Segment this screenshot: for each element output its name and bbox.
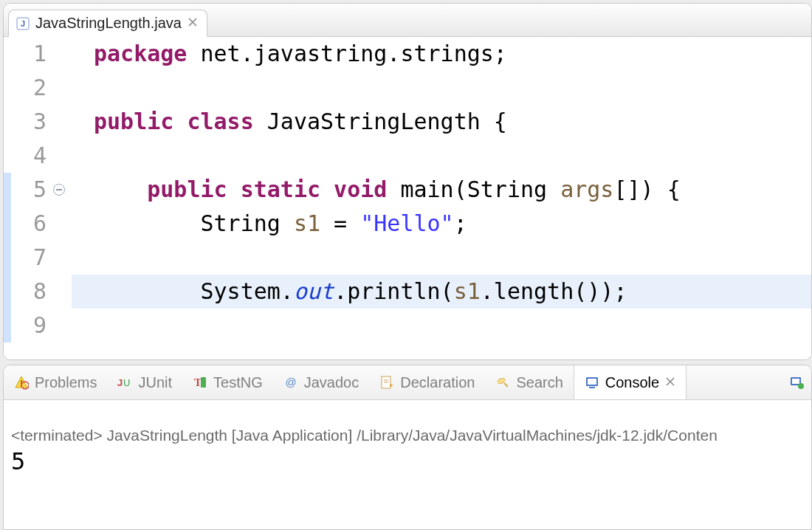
line-number: 8 [18,275,47,309]
line-number: 7 [18,241,47,275]
line-number: 2 [18,71,47,105]
fold-slot [51,105,72,139]
view-tab-search[interactable]: Search [485,365,573,399]
editor-tabbar: J JavaStringLength.java [4,4,811,37]
code-token: .println( [334,278,454,304]
view-tab-label: Declaration [400,374,475,391]
code-line[interactable] [72,139,811,173]
problems-icon [14,375,29,390]
code-token: main(String [400,176,560,202]
view-tab-javadoc[interactable]: @Javadoc [273,365,370,399]
view-tab-console[interactable]: Console [574,365,687,399]
svg-rect-21 [589,387,595,388]
fold-slot [51,207,72,241]
view-tab-label: Javadoc [304,374,359,391]
line-number: 5 [18,173,47,207]
change-strip [4,173,11,343]
view-tab-testng[interactable]: TTestNG [182,365,273,399]
code-line[interactable] [72,309,811,343]
code-token: args [560,176,613,202]
view-tab-decl[interactable]: Declaration [369,365,485,399]
code-token: .length()); [481,278,627,304]
line-number: 9 [18,309,47,343]
view-tab-label: Console [605,374,659,391]
fold-slot [51,275,72,309]
testng-icon: T [193,375,207,390]
code-line[interactable]: public static void main(String args[]) { [72,173,811,207]
java-file-icon: J [16,17,30,30]
code-token: ; [454,210,467,236]
view-tab-label: JUnit [138,374,172,391]
view-tab-label: Search [516,374,562,391]
code-token: JavaStringLength { [267,109,507,134]
editor-tab-label: JavaStringLength.java [35,15,182,32]
code-editor[interactable]: 123456789 package net.javastring.strings… [4,37,811,359]
line-number: 3 [18,105,47,139]
pin-console-button[interactable] [782,365,811,399]
code-token: public class [94,109,267,134]
console-icon [585,375,599,390]
code-line[interactable] [72,71,811,105]
code-line[interactable]: package net.javastring.strings; [72,37,811,71]
views-tabbar: ProblemsJUJUnitTTestNG@JavadocDeclaratio… [4,365,811,400]
declaration-icon [379,375,394,390]
close-icon[interactable] [665,375,675,390]
svg-rect-11 [201,377,206,388]
javadoc-icon: @ [283,375,298,390]
editor-tab[interactable]: J JavaStringLength.java [8,10,207,37]
code-line[interactable]: System.out.println(s1.length()); [72,275,811,309]
svg-line-18 [504,383,508,387]
fold-column [51,37,72,359]
svg-marker-16 [390,384,393,387]
line-number: 6 [18,207,47,241]
search-icon [495,375,510,390]
view-tab-label: Problems [35,374,97,391]
svg-rect-20 [588,379,596,385]
console-output: 5 [11,447,811,475]
code-line[interactable] [72,241,811,275]
svg-text:J: J [117,377,123,388]
code-content[interactable]: package net.javastring.strings;public cl… [72,37,811,359]
code-token: s1 [294,210,320,236]
junit-icon: JU [117,375,132,390]
code-token: public static void [147,176,400,202]
fold-toggle-icon[interactable] [51,173,72,207]
code-token: package [94,41,201,66]
fold-slot [51,309,72,343]
line-number-gutter: 123456789 [18,37,51,359]
code-line[interactable]: String s1 = "Hello"; [72,207,811,241]
code-token: "Hello" [360,210,453,236]
svg-point-24 [798,383,804,389]
console-status: <terminated> JavaStringLength [Java Appl… [11,427,811,444]
fold-slot [51,139,72,173]
svg-rect-23 [792,379,799,384]
line-number: 4 [18,139,47,173]
bottom-panel: ProblemsJUJUnitTTestNG@JavadocDeclaratio… [3,365,812,530]
code-token: = [320,210,360,236]
console-body[interactable]: <terminated> JavaStringLength [Java Appl… [4,400,811,529]
fold-slot [51,71,72,105]
view-tab-label: TestNG [213,374,263,391]
code-token: s1 [454,278,481,304]
view-tab-junit[interactable]: JUJUnit [107,365,182,399]
code-token: []) { [613,176,680,202]
code-token [94,176,147,202]
code-token: String [94,210,294,236]
code-token: net.javastring.strings; [201,41,507,66]
view-tab-problems[interactable]: Problems [4,365,107,399]
line-number: 1 [18,37,47,71]
svg-text:@: @ [285,376,296,388]
code-token: System. [94,278,294,304]
code-line[interactable]: public class JavaStringLength { [72,105,811,139]
fold-slot [51,37,72,71]
code-token: out [294,278,334,304]
svg-text:U: U [123,377,130,388]
editor-margin [4,37,18,359]
ide-window: J JavaStringLength.java 123456789 packag… [0,0,812,530]
editor-pane: J JavaStringLength.java 123456789 packag… [3,3,812,360]
close-icon[interactable] [187,16,198,31]
svg-text:T: T [194,376,202,388]
svg-text:J: J [21,19,25,28]
display-selected-console-icon [789,375,804,390]
fold-slot [51,241,72,275]
